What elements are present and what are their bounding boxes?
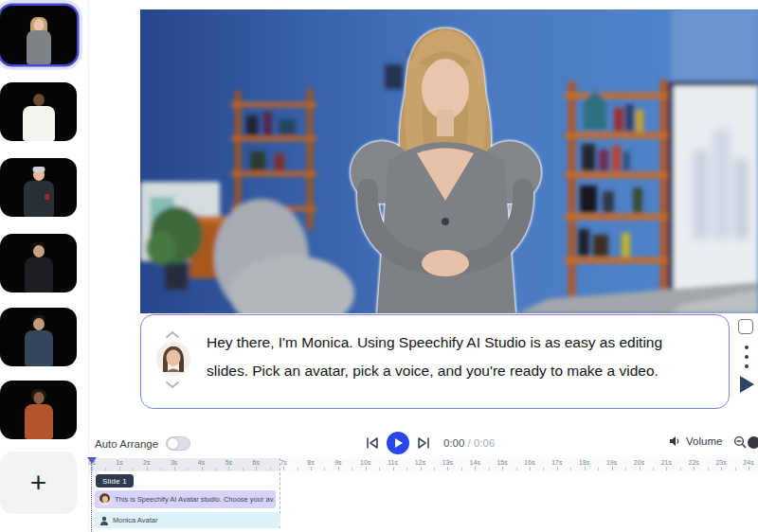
avatar-thumbnail-5[interactable]: [0, 308, 77, 366]
ruler-tick: 24s: [749, 459, 758, 470]
avatar-track[interactable]: Monica Avatar: [95, 512, 280, 528]
pocket-square: [45, 194, 49, 200]
person-icon: [99, 516, 109, 525]
auto-arrange-label: Auto Arrange: [95, 438, 158, 450]
avatar-body: [25, 257, 53, 293]
volume-label: Volume: [686, 435, 722, 447]
avatar-thumbnail-monica[interactable]: [0, 6, 77, 64]
transport-controls: 0:00 / 0:06: [366, 432, 495, 454]
avatar-track-label: Monica Avatar: [113, 516, 157, 524]
script-row-checkbox[interactable]: [738, 319, 753, 334]
chevron-up-icon[interactable]: [165, 330, 180, 339]
playhead-line: [91, 457, 92, 532]
kebab-menu-icon[interactable]: [745, 346, 749, 374]
time-total: 0:06: [474, 437, 495, 449]
time-current: 0:00: [443, 437, 464, 449]
time-separator: /: [464, 437, 474, 449]
avatar-body: [27, 30, 51, 64]
script-track[interactable]: This is Speechify AI Avatar studio. Choo…: [95, 490, 276, 508]
script-row-play-button[interactable]: [740, 376, 754, 393]
avatar-face: [33, 94, 45, 106]
volume-icon: [669, 435, 681, 447]
skip-back-icon[interactable]: [366, 436, 379, 450]
skip-forward-icon[interactable]: [417, 436, 430, 450]
avatar-sidebar: +: [0, 0, 88, 532]
video-scene: [140, 9, 758, 313]
slider-knob[interactable]: [748, 436, 758, 449]
auto-arrange-toggle[interactable]: [166, 436, 190, 451]
slide-badge[interactable]: Slide 1: [96, 474, 134, 488]
time-display: 0:00 / 0:06: [443, 437, 495, 449]
avatar-thumbnail-4[interactable]: [0, 234, 77, 293]
avatar-thumbnail-6[interactable]: [0, 381, 77, 439]
auto-arrange-control: Auto Arrange: [95, 436, 190, 451]
sidebar-divider: [88, 0, 89, 532]
play-button[interactable]: [387, 432, 409, 454]
avatar-face: [33, 392, 44, 404]
script-track-label: This is Speechify AI Avatar studio. Choo…: [115, 495, 275, 504]
avatar-thumbnail-3[interactable]: [0, 158, 77, 217]
toggle-knob: [168, 438, 178, 449]
zoom-out-icon[interactable]: [733, 435, 747, 452]
avatar-hair: [32, 167, 45, 172]
script-text[interactable]: Hey there, I'm Monica. Using Speechify A…: [207, 328, 685, 385]
avatar-body: [25, 404, 53, 439]
avatar-face: [33, 318, 45, 330]
chevron-down-icon[interactable]: [165, 381, 180, 389]
play-icon: [395, 438, 403, 448]
script-avatar-face: [156, 342, 190, 376]
track-avatar-face-icon: [99, 493, 111, 505]
script-avatar-thumb[interactable]: [156, 342, 190, 376]
avatar-face: [33, 245, 45, 257]
avatar-thumbnail-2[interactable]: [0, 82, 77, 141]
avatar-body: [23, 106, 55, 141]
ruler-ticks: 0s1s2s3s4s5s6s7s8s9s10s11s12s13s14s15s16…: [92, 459, 758, 470]
volume-control[interactable]: Volume: [669, 435, 722, 447]
speechify-studio-app: +: [0, 0, 758, 532]
add-avatar-button[interactable]: +: [0, 452, 77, 514]
avatar-body: [25, 330, 53, 366]
playhead-handle[interactable]: [87, 457, 97, 464]
video-preview[interactable]: [140, 9, 758, 313]
